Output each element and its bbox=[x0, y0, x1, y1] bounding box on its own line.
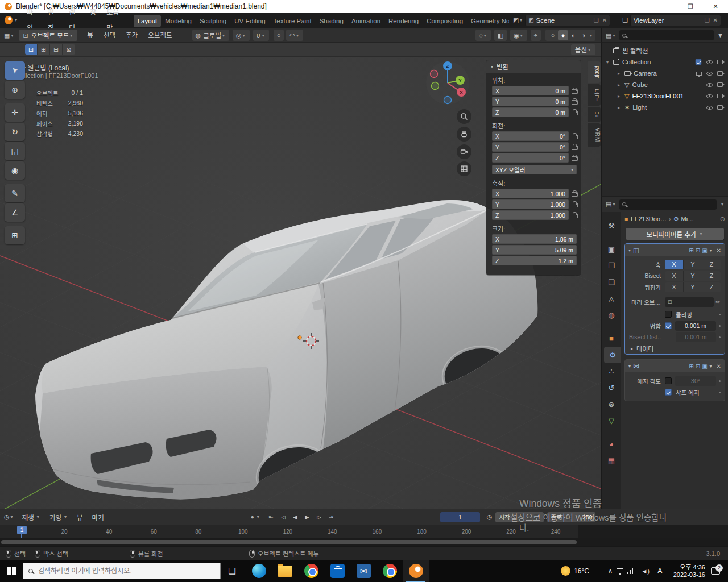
taskbar-app-blender[interactable] bbox=[403, 560, 429, 582]
merge-value-field[interactable]: 0.001 m bbox=[675, 321, 716, 331]
chevron-down-icon[interactable]: ▾ bbox=[606, 60, 613, 65]
properties-tab-physics[interactable]: ↺ bbox=[602, 380, 621, 396]
xray-toggle[interactable]: ◧ bbox=[494, 30, 507, 41]
animate-dot[interactable] bbox=[719, 392, 721, 393]
viewlayer-icon[interactable]: ❑ bbox=[622, 16, 628, 24]
scene-field[interactable]: ◩ Scene ❏ ✕ bbox=[525, 15, 610, 26]
transform-field-y[interactable]: Y0 m bbox=[492, 97, 569, 106]
proportional-edit-toggle[interactable]: ○ bbox=[274, 30, 284, 41]
animate-dot[interactable] bbox=[719, 314, 721, 315]
bisect-x-button[interactable]: X bbox=[665, 271, 684, 281]
scene-icon[interactable]: ◩ bbox=[513, 16, 519, 24]
previous-keyframe-button[interactable]: ◁ bbox=[278, 513, 288, 522]
edit-mode-toggle[interactable]: ⊞ bbox=[689, 247, 693, 253]
viewlayer-field[interactable]: ViewLayer ❏ ✕ bbox=[630, 15, 721, 26]
taskbar-app-explorer[interactable] bbox=[272, 560, 298, 582]
breadcrumb-object[interactable]: FF213Doo… bbox=[631, 215, 667, 222]
transform-field-x[interactable]: X0 m bbox=[492, 86, 569, 95]
hide-in-viewport-eye-icon[interactable] bbox=[706, 94, 713, 98]
transform-field-z[interactable]: Z1.000 bbox=[492, 210, 569, 220]
outliner-item-cube[interactable]: ▸▽Cube bbox=[602, 79, 728, 90]
animate-dot[interactable] bbox=[719, 336, 721, 338]
flip-x-button[interactable]: X bbox=[665, 282, 684, 292]
workspace-tab-modeling[interactable]: Modeling bbox=[161, 15, 196, 27]
timeline-ruler[interactable]: 1 20406080100120140160180200220240 bbox=[0, 525, 728, 538]
jump-to-start-button[interactable]: ⇤ bbox=[266, 513, 276, 522]
network-icon[interactable] bbox=[627, 568, 634, 574]
jump-to-end-button[interactable]: ⇥ bbox=[326, 513, 336, 522]
lock-icon[interactable] bbox=[572, 144, 577, 150]
expand-icon[interactable]: ▾ bbox=[628, 364, 631, 369]
play-button[interactable]: ▶ bbox=[302, 513, 312, 522]
properties-tab-scene[interactable]: ◬ bbox=[602, 290, 621, 307]
tool-rotate[interactable]: ↻ bbox=[5, 123, 25, 141]
outliner-search-input[interactable] bbox=[628, 32, 711, 39]
outliner-item-collection[interactable]: ▾Collection bbox=[602, 56, 728, 68]
taskbar-app-mail[interactable]: ✉ bbox=[350, 560, 377, 582]
properties-tab-material[interactable]: ◕ bbox=[602, 436, 621, 452]
taskbar-app-edge[interactable] bbox=[246, 560, 272, 582]
select-mode-subtract[interactable]: ⊟ bbox=[50, 44, 63, 55]
lock-icon[interactable] bbox=[572, 190, 577, 197]
lock-icon[interactable] bbox=[572, 155, 577, 161]
viewport-menu-select[interactable]: 선택 bbox=[98, 28, 121, 43]
gizmo-negative-z[interactable] bbox=[444, 97, 452, 104]
select-mode-intersect[interactable]: ⊠ bbox=[63, 44, 75, 55]
overlays-dropdown[interactable]: ◉ ▾ bbox=[510, 30, 527, 41]
transform-field-x[interactable]: X1.86 m bbox=[492, 234, 577, 244]
bisect-z-button[interactable]: Z bbox=[702, 271, 721, 281]
zoom-button[interactable] bbox=[457, 109, 471, 124]
properties-tab-view-layer[interactable]: ❑ bbox=[602, 274, 621, 290]
next-keyframe-button[interactable]: ▷ bbox=[314, 513, 324, 522]
animate-dot[interactable] bbox=[719, 325, 721, 327]
chevron-right-icon[interactable]: ▸ bbox=[618, 71, 624, 76]
viewport-menu-object[interactable]: 오브젝트 bbox=[143, 28, 177, 43]
edit-mode-toggle[interactable]: ⊞ bbox=[689, 363, 693, 369]
weather-icon[interactable] bbox=[561, 566, 570, 576]
mode-dropdown[interactable]: ⊡ 오브젝트 모드 ▾ bbox=[19, 30, 77, 41]
timeline-menu-playback[interactable]: 재생▾ bbox=[18, 513, 45, 522]
taskbar-app-chrome[interactable] bbox=[298, 560, 324, 582]
bisect-y-button[interactable]: Y bbox=[684, 271, 702, 281]
tool-annotate[interactable]: ✎ bbox=[5, 184, 25, 202]
tool-add-cube[interactable]: ⊞ bbox=[5, 226, 25, 244]
workspace-tab-animation[interactable]: Animation bbox=[348, 15, 384, 27]
shading-wireframe-button[interactable]: ○ bbox=[548, 30, 558, 40]
pin-icon[interactable]: ⊙ bbox=[720, 215, 725, 223]
animate-dot[interactable] bbox=[719, 380, 721, 382]
edge-split-modifier-header[interactable]: ▾ ⋈ ⊞ ⊡ ▣ ▾ ✕ bbox=[625, 360, 725, 372]
workspace-tab-compositing[interactable]: Compositing bbox=[423, 15, 467, 27]
data-subpanel-header[interactable]: ▸ 데이터 bbox=[625, 343, 725, 354]
viewport-menu-view[interactable]: 뷰 bbox=[82, 28, 98, 43]
lock-icon[interactable] bbox=[572, 109, 577, 115]
realtime-toggle[interactable]: ⊡ bbox=[696, 247, 700, 253]
add-modifier-button[interactable]: 모디파이어를 추가 ▾ bbox=[626, 228, 724, 240]
properties-tab-render[interactable]: ▣ bbox=[602, 241, 621, 257]
properties-tab-modifiers[interactable]: ⚙ bbox=[604, 347, 621, 363]
disable-in-render-icon[interactable] bbox=[717, 60, 723, 64]
lock-icon[interactable] bbox=[572, 212, 577, 218]
hide-in-viewport-eye-icon[interactable] bbox=[706, 72, 713, 76]
gizmo-negative-y[interactable] bbox=[432, 82, 439, 90]
chevron-right-icon[interactable]: ▸ bbox=[618, 82, 624, 88]
snap-target-dropdown[interactable]: ◎ ▾ bbox=[233, 30, 250, 41]
breadcrumb-modifier[interactable]: Mi… bbox=[681, 215, 694, 222]
car-model[interactable] bbox=[35, 200, 537, 509]
outliner-item-light[interactable]: ▸✶Light bbox=[602, 102, 728, 113]
3d-viewport[interactable]: 사용자 원근법 (Local) (1) Collection | FF213Do… bbox=[0, 57, 601, 509]
blender-menu-icon[interactable] bbox=[5, 16, 13, 24]
tool-scale[interactable]: ◱ bbox=[5, 142, 25, 160]
transform-field-x[interactable]: X1.000 bbox=[492, 189, 569, 198]
maximize-button[interactable]: ❐ bbox=[678, 0, 703, 13]
outliner-search[interactable] bbox=[619, 30, 714, 40]
lock-icon[interactable] bbox=[572, 133, 577, 139]
close-icon[interactable]: ✕ bbox=[717, 363, 721, 369]
outliner-item-camera[interactable]: ▸Camera bbox=[602, 68, 728, 79]
modifier-extras-icon[interactable]: ▾ bbox=[710, 364, 712, 369]
disable-in-render-icon[interactable] bbox=[717, 94, 723, 98]
transform-field-z[interactable]: Z1.2 m bbox=[492, 256, 577, 265]
shading-rendered-button[interactable]: ◑ bbox=[578, 30, 589, 40]
screen-icon[interactable] bbox=[696, 72, 702, 76]
timeline-editor-icon[interactable]: ◷ bbox=[4, 513, 10, 521]
transform-field-z[interactable]: Z0 m bbox=[492, 107, 569, 117]
